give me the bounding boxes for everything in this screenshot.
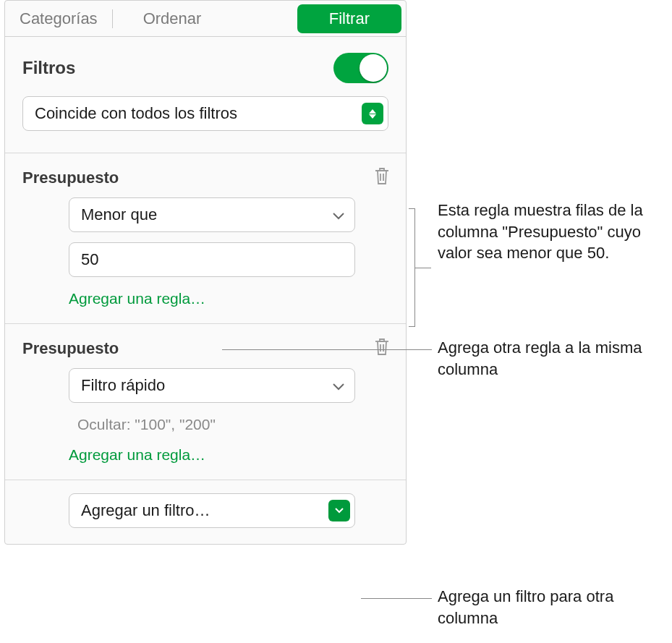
rule-type-dropdown[interactable]: Menor que — [69, 197, 355, 232]
filter-column-title: Presupuesto — [22, 169, 374, 187]
tab-filtrar[interactable]: Filtrar — [297, 4, 401, 33]
trash-icon[interactable] — [374, 166, 390, 189]
toggle-knob — [360, 54, 387, 82]
tabs-bar: Categorías Ordenar Filtrar — [5, 1, 406, 37]
callout-text: Agrega otra regla a la misma columna — [438, 337, 662, 380]
rule-type-label: Filtro rápido — [81, 376, 333, 395]
filters-section: Filtros Coincide con todos los filtros P… — [5, 37, 406, 544]
rule-type-label: Menor que — [81, 205, 333, 224]
chevron-down-icon — [333, 206, 344, 223]
filter-column-title: Presupuesto — [22, 339, 374, 358]
filter-group: Presupuesto Menor que — [5, 153, 406, 323]
add-filter-dropdown[interactable]: Agregar un filtro… — [69, 493, 355, 528]
filters-toggle[interactable] — [333, 53, 388, 83]
trash-icon[interactable] — [374, 337, 390, 359]
tab-divider — [112, 9, 113, 28]
rule-value-text: 50 — [81, 250, 98, 269]
filter-panel: Categorías Ordenar Filtrar Filtros Coinc… — [4, 0, 407, 545]
match-mode-dropdown[interactable]: Coincide con todos los filtros — [22, 96, 388, 131]
callout-text: Esta regla muestra filas de la columna "… — [438, 200, 662, 264]
filter-group: Presupuesto Filtro rápido — [5, 324, 406, 480]
rule-value-input[interactable]: 50 — [69, 242, 355, 277]
callout-text: Agrega un filtro para otra columna — [438, 586, 662, 629]
quick-filter-hide-text: Ocultar: "100", "200" — [69, 413, 355, 443]
chevron-down-icon — [328, 500, 350, 521]
tab-ordenar[interactable]: Ordenar — [133, 4, 212, 34]
add-filter-label: Agregar un filtro… — [81, 501, 328, 520]
rule-type-dropdown[interactable]: Filtro rápido — [69, 368, 355, 403]
tab-categorias[interactable]: Categorías — [9, 4, 108, 34]
callout-leader — [361, 598, 432, 599]
callout-leader — [415, 268, 431, 268]
callout-leader — [222, 349, 432, 350]
chevron-down-icon — [333, 377, 344, 394]
filters-title: Filtros — [22, 58, 75, 78]
match-mode-label: Coincide con todos los filtros — [35, 104, 362, 123]
add-rule-link[interactable]: Agregar una regla… — [69, 443, 355, 480]
add-rule-link[interactable]: Agregar una regla… — [69, 287, 355, 323]
updown-arrows-icon — [362, 103, 383, 124]
